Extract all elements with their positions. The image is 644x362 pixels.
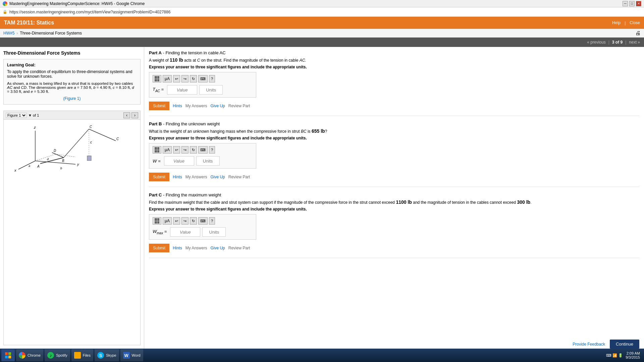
svg-text:y: y <box>77 162 79 166</box>
part-b-toolbar: μA ↩ ↪ ↻ ⌨ ? <box>153 146 253 154</box>
svg-text:D: D <box>54 149 56 153</box>
breadcrumb-hw-link[interactable]: HW#5 <box>3 31 14 36</box>
part-b-mu-btn[interactable]: μA <box>163 146 172 154</box>
figure-canvas: x y z A B C <box>4 120 140 173</box>
close-link[interactable]: Close <box>630 20 640 25</box>
learning-goal-title: Learning Goal: <box>7 63 137 67</box>
part-a-my-answers: My Answers <box>185 104 207 108</box>
part-b-submit-btn[interactable]: Submit <box>149 173 169 181</box>
part-c-instructions: Express your answer to three significant… <box>149 207 639 212</box>
help-link[interactable]: Help <box>612 20 621 25</box>
part-a-refresh-btn[interactable]: ↻ <box>190 75 197 82</box>
part-a-toolbar: μA ↩ ↪ ↻ ⌨ ? <box>153 75 253 82</box>
part-b-description: What is the weight of an unknown hanging… <box>149 128 639 134</box>
part-c-units-input[interactable] <box>202 227 226 237</box>
part-b-redo-btn[interactable]: ↪ <box>181 146 189 154</box>
part-b-refresh-btn[interactable]: ↻ <box>190 146 197 154</box>
svg-text:A: A <box>37 165 40 168</box>
breadcrumb: HW#5 › Three-Dimensional Force Systems 🖨 <box>0 29 644 38</box>
learning-goal-description: As shown, a mass is being lifted by a st… <box>7 81 137 94</box>
part-c-equation: Wmax = <box>153 227 253 237</box>
svg-text:x: x <box>14 168 16 172</box>
problem-title: Three-Dimensional Force Systems <box>3 50 141 56</box>
part-b-title: Part B - Finding the unknown weight <box>149 121 639 126</box>
part-c-grid-btn[interactable] <box>153 217 161 225</box>
provide-feedback-link[interactable]: Provide Feedback <box>573 342 605 347</box>
figure-select[interactable]: Figure 1 <box>6 113 27 118</box>
part-a-description: A weight of 110 lb acts at C on the stru… <box>149 57 639 63</box>
svg-line-15 <box>64 129 89 158</box>
part-c-submit-btn[interactable]: Submit <box>149 244 169 252</box>
part-c-review-part: Review Part <box>228 246 250 250</box>
part-c-undo-btn[interactable]: ↩ <box>173 217 180 225</box>
svg-text:c: c <box>90 140 92 144</box>
part-c-give-up-link[interactable]: Give Up <box>210 246 225 250</box>
figure-header: Figure 1 ▼ of 1 ‹ › <box>4 111 140 120</box>
learning-goal-box: Learning Goal: To apply the condition of… <box>3 59 141 105</box>
main-layout: Three-Dimensional Force Systems Learning… <box>0 47 644 349</box>
part-a-hints-link[interactable]: Hints <box>173 104 182 108</box>
part-a-keyboard-btn[interactable]: ⌨ <box>198 75 208 82</box>
part-b-hints-link[interactable]: Hints <box>173 175 182 179</box>
part-a-give-up-link[interactable]: Give Up <box>210 104 225 108</box>
part-c-answer-box: μA ↩ ↪ ↻ ⌨ ? Wmax = <box>149 214 256 240</box>
part-a-help-btn[interactable]: ? <box>209 75 215 82</box>
part-a-review-part: Review Part <box>228 104 250 108</box>
part-c-help-btn[interactable]: ? <box>209 217 215 225</box>
part-a-section: Part A - Finding the tension in cable AC… <box>149 50 639 116</box>
url-bar: 🔒 https://session.masteringengineering.c… <box>0 7 644 17</box>
figure-next-btn[interactable]: › <box>131 112 138 118</box>
part-b-value-input[interactable] <box>164 156 194 166</box>
minimize-button[interactable]: ─ <box>623 1 628 6</box>
figure-link[interactable]: (Figure 1) <box>7 96 137 101</box>
part-b-answer-box: μA ↩ ↪ ↻ ⌨ ? W = <box>149 143 256 169</box>
part-c-redo-btn[interactable]: ↪ <box>181 217 189 225</box>
part-c-hints-link[interactable]: Hints <box>173 246 182 250</box>
part-a-label: TAC = <box>153 87 164 93</box>
breadcrumb-left: HW#5 › Three-Dimensional Force Systems <box>3 31 82 36</box>
url-text[interactable]: https://session.masteringengineering.com… <box>9 10 170 14</box>
nav-bar: « previous | 3 of 9 | next » <box>0 38 644 47</box>
maximize-button[interactable]: □ <box>629 1 635 6</box>
part-b-grid-btn[interactable] <box>153 146 161 154</box>
part-c-actions: Submit Hints My Answers Give Up Review P… <box>149 244 639 252</box>
svg-text:C: C <box>116 137 119 141</box>
close-button[interactable]: ✕ <box>636 1 641 6</box>
part-c-refresh-btn[interactable]: ↻ <box>190 217 197 225</box>
svg-line-6 <box>35 154 55 161</box>
part-b-keyboard-btn[interactable]: ⌨ <box>198 146 208 154</box>
part-a-grid-btn[interactable] <box>153 75 161 82</box>
part-c-label: Wmax = <box>153 229 167 235</box>
part-c-keyboard-btn[interactable]: ⌨ <box>198 217 208 225</box>
part-c-mu-btn[interactable]: μA <box>163 217 172 225</box>
print-icon[interactable]: 🖨 <box>635 30 641 36</box>
svg-text:B: B <box>62 159 64 163</box>
part-c-my-answers: My Answers <box>185 246 207 250</box>
part-b-help-btn[interactable]: ? <box>209 146 215 154</box>
part-b-equation: W = <box>153 156 253 166</box>
next-link[interactable]: next » <box>629 40 640 45</box>
part-b-give-up-link[interactable]: Give Up <box>210 175 225 179</box>
svg-line-0 <box>18 161 35 169</box>
part-a-redo-btn[interactable]: ↪ <box>181 75 189 82</box>
title-bar-text: MasteringEngineering MasteringComputerSc… <box>9 1 145 6</box>
part-b-units-input[interactable] <box>196 156 220 166</box>
part-a-instructions: Express your answer to three significant… <box>149 65 639 69</box>
part-a-answer-box: μA ↩ ↪ ↻ ⌨ ? TAC = <box>149 72 256 98</box>
part-a-mu-btn[interactable]: μA <box>163 75 172 82</box>
figure-prev-btn[interactable]: ‹ <box>123 112 130 118</box>
part-c-value-input[interactable] <box>170 227 200 237</box>
part-a-undo-btn[interactable]: ↩ <box>173 75 180 82</box>
part-a-submit-btn[interactable]: Submit <box>149 102 169 110</box>
svg-text:a: a <box>29 164 30 168</box>
part-a-equation: TAC = <box>153 85 253 95</box>
part-a-actions: Submit Hints My Answers Give Up Review P… <box>149 102 639 110</box>
part-b-undo-btn[interactable]: ↩ <box>173 146 180 154</box>
previous-link[interactable]: « previous <box>587 40 605 45</box>
continue-button[interactable]: Continue <box>610 340 639 349</box>
title-bar: MasteringEngineering MasteringComputerSc… <box>0 0 644 7</box>
part-a-value-input[interactable] <box>167 85 197 95</box>
part-a-units-input[interactable] <box>199 85 223 95</box>
figure-nav: ‹ › <box>123 112 138 118</box>
header-links: Help | Close <box>612 20 640 25</box>
